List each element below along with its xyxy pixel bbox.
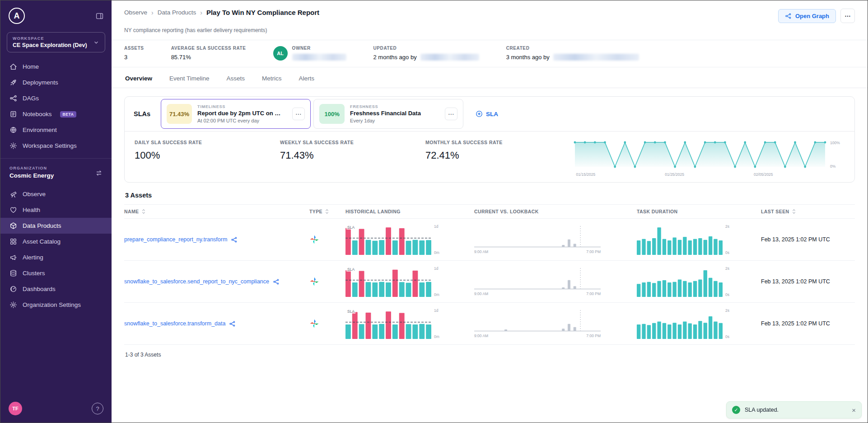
weekly-sla-rate: WEEKLY SLA SUCCESS RATE 71.43% xyxy=(280,140,425,161)
sla-percent-badge: 71.43% xyxy=(167,104,192,124)
trend-x-label: 01/15/2025 xyxy=(576,172,596,177)
sidebar-item-dashboards[interactable]: Dashboards xyxy=(0,281,112,297)
data-products-icon xyxy=(9,222,17,230)
sidebar-item-health[interactable]: Health xyxy=(0,202,112,218)
sidebar-item-clusters[interactable]: Clusters xyxy=(0,265,112,281)
sla-card-freshness[interactable]: 100% FRESHNESS Freshness Financial Data … xyxy=(313,99,463,129)
asset-link[interactable]: prepare_compliance_report_ny.transform xyxy=(124,236,309,243)
tab-overview[interactable]: Overview xyxy=(124,69,153,88)
sort-icon xyxy=(141,209,146,214)
column-header-historical-landing: HISTORICAL LANDING xyxy=(345,209,474,214)
stat-value: 2 months ago by xyxy=(373,54,417,61)
sidebar-item-label: Home xyxy=(23,63,39,70)
breadcrumb-data-products[interactable]: Data Products xyxy=(158,9,196,16)
toast-close-icon[interactable]: × xyxy=(852,406,856,414)
sla-card-more-button[interactable]: ⋯ xyxy=(445,108,457,120)
page-title: Play To Win NY Compliance Report xyxy=(206,9,319,16)
last-seen-value: Feb 13, 2025 1:02 PM UTC xyxy=(761,278,855,285)
axis-max-label: 1d xyxy=(434,224,439,229)
megaphone-icon xyxy=(9,254,17,261)
workspace-switcher[interactable]: WORKSPACE CE Space Exploration (Dev) xyxy=(7,32,105,52)
historical-landing-chart xyxy=(345,224,431,255)
graph-icon xyxy=(785,13,792,19)
airflow-pinwheel-icon xyxy=(309,319,345,329)
created-by-redacted xyxy=(553,54,639,61)
stat-owner: AL OWNER xyxy=(273,46,346,61)
sla-card-more-button[interactable]: ⋯ xyxy=(292,108,305,120)
page-more-button[interactable]: ⋯ xyxy=(840,9,855,23)
lineage-icon[interactable] xyxy=(231,236,238,243)
open-graph-button[interactable]: Open Graph xyxy=(778,9,836,23)
tab-alerts[interactable]: Alerts xyxy=(298,69,316,88)
sidebar-item-workspace-settings[interactable]: Workspace Settings xyxy=(0,138,112,154)
stat-created: CREATED 3 months ago by xyxy=(506,46,639,61)
stat-updated: UPDATED 2 months ago by xyxy=(373,46,479,61)
time-end-label: 7:00 PM xyxy=(586,291,601,296)
sidebar-item-data-products[interactable]: Data Products xyxy=(0,218,112,234)
add-sla-button[interactable]: SLA xyxy=(465,97,509,131)
dag-icon xyxy=(9,94,17,102)
column-header-last-seen[interactable]: LAST SEEN xyxy=(761,209,855,214)
axis-min-label: 0m xyxy=(434,292,439,297)
help-icon[interactable]: ? xyxy=(92,403,103,414)
stat-label: UPDATED xyxy=(373,46,479,51)
tab-assets[interactable]: Assets xyxy=(226,69,246,88)
sidebar-item-alerting[interactable]: Alerting xyxy=(0,249,112,265)
notebook-icon xyxy=(9,110,17,118)
beta-badge: BETA xyxy=(60,111,77,118)
stat-label: OWNER xyxy=(292,46,346,51)
workspace-label: WORKSPACE xyxy=(13,36,87,41)
sidebar-item-notebooks[interactable]: Notebooks BETA xyxy=(0,106,112,122)
column-header-type[interactable]: TYPE xyxy=(309,209,345,214)
toast-message: SLA updated. xyxy=(745,407,779,413)
assets-table: NAME TYPE HISTORICAL LANDING CURRENT VS.… xyxy=(124,204,855,345)
lookback-cell: 9:00 AM 7:00 PM xyxy=(474,225,637,254)
assets-table-header: NAME TYPE HISTORICAL LANDING CURRENT VS.… xyxy=(124,204,855,219)
sla-line-label: SLA xyxy=(346,225,355,230)
sidebar-item-label: Notebooks xyxy=(23,111,52,118)
rate-label: WEEKLY SLA SUCCESS RATE xyxy=(280,140,425,145)
sidebar-collapse-icon[interactable] xyxy=(96,12,103,20)
historical-landing-chart xyxy=(345,266,431,297)
sla-name: Report due by 2pm UTC on week... xyxy=(197,110,283,117)
telescope-icon xyxy=(9,190,17,198)
sidebar-item-dags[interactable]: DAGs xyxy=(0,90,112,106)
sidebar-item-label: Asset Catalog xyxy=(23,238,61,245)
axis-min-label: 0s xyxy=(725,292,729,297)
lineage-icon[interactable] xyxy=(229,320,236,327)
clusters-icon xyxy=(9,269,17,277)
tab-metrics[interactable]: Metrics xyxy=(261,69,283,88)
sidebar-item-organization-settings[interactable]: Organization Settings xyxy=(0,297,112,313)
updated-by-redacted xyxy=(420,54,479,61)
sla-percent-badge: 100% xyxy=(319,104,345,124)
task-duration-cell: 2s 0s xyxy=(637,308,761,339)
lookback-cell: 9:00 AM 7:00 PM xyxy=(474,267,637,296)
sidebar-item-home[interactable]: Home xyxy=(0,59,112,75)
owner-name-redacted xyxy=(292,54,346,61)
sla-rates-row: DAILY SLA SUCCESS RATE 100% WEEKLY SLA S… xyxy=(125,132,854,182)
lookback-chart xyxy=(474,267,601,290)
tab-event-timeline[interactable]: Event Timeline xyxy=(168,69,210,88)
switch-organization-icon[interactable] xyxy=(95,169,103,177)
breadcrumb-observe[interactable]: Observe xyxy=(124,9,147,16)
sla-card-timeliness[interactable]: 71.43% TIMELINESS Report due by 2pm UTC … xyxy=(161,99,311,129)
stat-label: AVERAGE SLA SUCCESS RATE xyxy=(171,46,246,51)
asset-link[interactable]: snowflake_to_salesforce.transform_data xyxy=(124,320,309,327)
lookback-chart xyxy=(474,225,601,248)
stat-value: 3 months ago by xyxy=(506,54,550,61)
page-subtitle: NY compliance reporting (has earlier del… xyxy=(124,27,855,33)
time-start-label: 9:00 AM xyxy=(474,334,488,338)
lineage-icon[interactable] xyxy=(273,278,280,285)
sidebar-item-environment[interactable]: Environment xyxy=(0,122,112,138)
sla-kind: FRESHNESS xyxy=(350,104,421,109)
sidebar-item-asset-catalog[interactable]: Asset Catalog xyxy=(0,234,112,249)
sla-line-label: SLA xyxy=(346,267,355,272)
stat-value: 3 xyxy=(124,54,144,61)
user-avatar[interactable]: TF xyxy=(9,402,22,415)
task-duration-cell: 2s 0s xyxy=(637,224,761,255)
asset-link[interactable]: snowflake_to_salesforce.send_report_to_n… xyxy=(124,278,309,285)
column-header-name[interactable]: NAME xyxy=(124,209,309,214)
sidebar-item-deployments[interactable]: Deployments xyxy=(0,75,112,90)
brand-logo[interactable]: A xyxy=(9,8,25,24)
sidebar-item-observe[interactable]: Observe xyxy=(0,186,112,202)
